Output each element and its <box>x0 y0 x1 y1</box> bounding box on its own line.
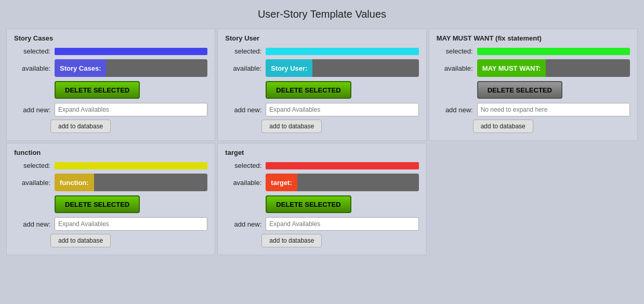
delete-row-story-user: DELETE SELECTED <box>225 81 418 99</box>
add-to-db-row-function: add to database <box>50 234 207 247</box>
available-label: available: <box>14 64 50 72</box>
selected-bar-target <box>266 162 418 169</box>
add-new-input-target[interactable] <box>266 217 418 231</box>
add-new-row-story-cases: add new: <box>14 103 207 116</box>
available-box-may-must-want <box>546 59 630 77</box>
selected-row-story-cases: selected: <box>14 47 207 55</box>
available-label-3: available: <box>437 64 473 72</box>
available-box-target <box>297 174 419 191</box>
available-row-may-must-want: available: MAY MUST WANT: <box>437 59 630 77</box>
empty-cell <box>429 143 638 255</box>
selected-row-function: selected: <box>14 162 207 169</box>
add-new-label-5: add new: <box>225 220 261 228</box>
add-new-input-may-must-want[interactable] <box>477 103 630 116</box>
available-label-5: available: <box>225 179 261 187</box>
add-to-db-row-target: add to database <box>261 234 418 247</box>
available-row-story-user: available: Story User: <box>225 59 418 77</box>
section-title-target: target <box>225 149 418 156</box>
add-new-input-story-user[interactable] <box>266 103 418 116</box>
delete-btn-function[interactable]: DELETE SELECTED <box>55 195 140 213</box>
add-new-label-1: add new: <box>14 106 50 114</box>
add-to-db-row-story-user: add to database <box>261 120 418 133</box>
tag-story-cases: Story Cases: <box>55 59 106 77</box>
add-to-db-btn-may-must-want[interactable]: add to database <box>473 120 533 133</box>
add-to-db-row-may-must-want: add to database <box>473 120 630 133</box>
add-new-input-story-cases[interactable] <box>55 103 207 116</box>
tag-may-must-want: MAY MUST WANT: <box>477 59 546 77</box>
add-to-db-btn-target[interactable]: add to database <box>261 234 322 247</box>
section-title-function: function <box>14 149 207 156</box>
tag-function: function: <box>55 174 94 191</box>
available-box-story-user <box>312 59 418 77</box>
available-label-4: available: <box>14 179 50 187</box>
selected-label: selected: <box>14 47 50 55</box>
delete-row-story-cases: DELETE SELECTED <box>14 81 207 99</box>
sections-grid: Story Cases selected: available: Story C… <box>5 28 639 256</box>
add-new-label-2: add new: <box>225 106 261 114</box>
add-new-row-may-must-want: add new: <box>437 103 630 116</box>
selected-bar-function <box>55 162 207 169</box>
available-label-2: available: <box>225 64 261 72</box>
section-title-story-cases: Story Cases <box>14 34 207 42</box>
selected-bar-story-cases <box>55 48 207 55</box>
section-title-may-must-want: MAY MUST WANT (fix statement) <box>437 34 630 42</box>
selected-row-target: selected: <box>225 162 418 169</box>
selected-label-4: selected: <box>14 162 50 169</box>
add-new-row-target: add new: <box>225 217 418 231</box>
add-to-db-btn-story-cases[interactable]: add to database <box>50 120 111 133</box>
selected-label-5: selected: <box>225 162 261 169</box>
selected-label-2: selected: <box>225 47 261 55</box>
page-title: User-Story Template Values <box>5 8 639 20</box>
available-row-story-cases: available: Story Cases: <box>14 59 207 77</box>
available-box-function <box>94 174 208 191</box>
selected-label-3: selected: <box>437 47 473 55</box>
add-new-label-4: add new: <box>14 220 50 228</box>
page-wrapper: User-Story Template Values Story Cases s… <box>0 0 644 304</box>
add-new-row-function: add new: <box>14 217 207 231</box>
add-new-input-function[interactable] <box>55 217 207 231</box>
section-story-cases: Story Cases selected: available: Story C… <box>6 29 215 141</box>
section-may-must-want: MAY MUST WANT (fix statement) selected: … <box>429 29 638 141</box>
delete-btn-story-user[interactable]: DELETE SELECTED <box>266 81 351 99</box>
delete-btn-may-must-want[interactable]: DELETE SELECTED <box>477 81 562 99</box>
available-row-function: available: function: <box>14 174 207 191</box>
tag-target: target: <box>266 174 297 191</box>
available-box-story-cases <box>106 59 207 77</box>
delete-btn-target[interactable]: DELETE SELECTED <box>266 195 351 213</box>
delete-btn-story-cases[interactable]: DELETE SELECTED <box>55 81 140 99</box>
add-to-db-row-story-cases: add to database <box>50 120 207 133</box>
section-story-user: Story User selected: available: Story Us… <box>217 29 426 141</box>
section-title-story-user: Story User <box>225 34 418 42</box>
selected-bar-may-must-want <box>477 48 630 55</box>
add-new-label-3: add new: <box>437 106 473 114</box>
delete-row-target: DELETE SELECTED <box>225 195 418 213</box>
section-function: function selected: available: function: … <box>6 143 215 255</box>
selected-row-story-user: selected: <box>225 47 418 55</box>
delete-row-may-must-want: DELETE SELECTED <box>437 81 630 99</box>
delete-row-function: DELETE SELECTED <box>14 195 207 213</box>
available-row-target: available: target: <box>225 174 418 191</box>
add-to-db-btn-function[interactable]: add to database <box>50 234 111 247</box>
add-new-row-story-user: add new: <box>225 103 418 116</box>
add-to-db-btn-story-user[interactable]: add to database <box>261 120 322 133</box>
selected-bar-story-user <box>266 48 418 55</box>
section-target: target selected: available: target: DELE… <box>217 143 426 255</box>
selected-row-may-must-want: selected: <box>437 47 630 55</box>
tag-story-user: Story User: <box>266 59 312 77</box>
